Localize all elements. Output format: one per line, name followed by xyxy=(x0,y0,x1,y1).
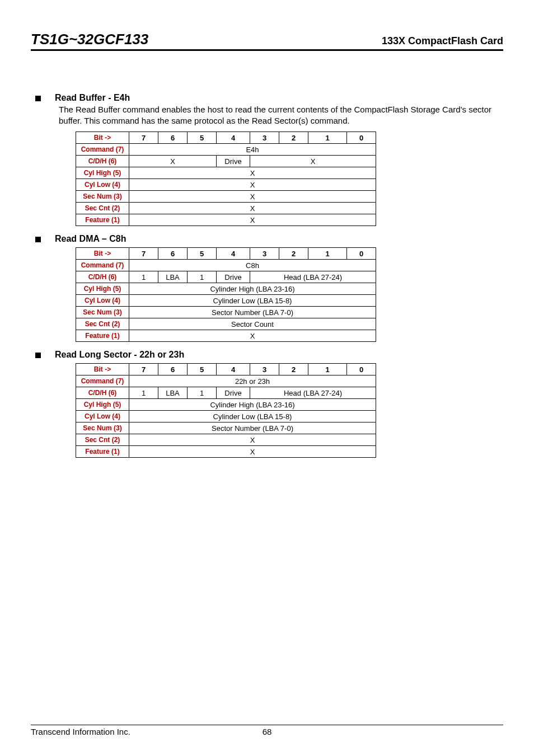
section-description: The Read Buffer command enables the host… xyxy=(59,104,503,126)
table-cell: Drive xyxy=(217,156,250,167)
table-cell: X xyxy=(129,179,376,191)
row-label: Cyl High (5) xyxy=(76,167,129,179)
bullet-icon xyxy=(35,237,41,242)
command-section: Read DMA – C8hBit ->76543210Command (7)C… xyxy=(31,234,503,342)
row-label: Command (7) xyxy=(76,144,129,156)
table-cell: X xyxy=(129,191,376,203)
table-cell: X xyxy=(129,203,376,214)
table-cell: LBA xyxy=(158,387,188,399)
bit-column-header: 0 xyxy=(347,364,376,375)
bit-column-header: 4 xyxy=(217,364,250,375)
bit-column-header: 6 xyxy=(158,364,188,375)
table-cell: X xyxy=(129,434,376,446)
row-label: Sec Num (3) xyxy=(76,191,129,203)
command-section: Read Buffer - E4hThe Read Buffer command… xyxy=(31,93,503,226)
section-header: Read DMA – C8h xyxy=(31,234,503,244)
page-content: Read Buffer - E4hThe Read Buffer command… xyxy=(31,93,503,458)
command-section: Read Long Sector - 22h or 23hBit ->76543… xyxy=(31,350,503,458)
bit-column-header: 7 xyxy=(129,364,158,375)
table-cell: X xyxy=(129,214,376,226)
row-label: C/D/H (6) xyxy=(76,271,129,283)
table-cell: Sector Number (LBA 7-0) xyxy=(129,422,376,434)
bit-column-header: 5 xyxy=(188,132,217,144)
row-label: C/D/H (6) xyxy=(76,387,129,399)
table-cell: 1 xyxy=(188,387,217,399)
bit-column-header: 3 xyxy=(250,132,279,144)
table-cell: X xyxy=(129,156,217,167)
row-label: Sec Cnt (2) xyxy=(76,203,129,214)
table-cell: Sector Number (LBA 7-0) xyxy=(129,307,376,318)
table-cell: 1 xyxy=(129,271,158,283)
table-cell: 1 xyxy=(129,387,158,399)
table-cell: X xyxy=(129,330,376,342)
section-title: Read DMA – C8h xyxy=(55,234,126,244)
row-label: C/D/H (6) xyxy=(76,156,129,167)
bit-column-header: 5 xyxy=(188,364,217,375)
bit-column-header: 5 xyxy=(188,248,217,260)
bit-column-header: 7 xyxy=(129,248,158,260)
row-label: Cyl Low (4) xyxy=(76,411,129,422)
footer-company: Transcend Information Inc. xyxy=(31,727,130,736)
row-label: Sec Cnt (2) xyxy=(76,434,129,446)
table-cell: Cylinder High (LBA 23-16) xyxy=(129,283,376,295)
table-cell: Cylinder Low (LBA 15-8) xyxy=(129,411,376,422)
table-cell: X xyxy=(129,167,376,179)
table-cell: Head (LBA 27-24) xyxy=(250,387,376,399)
model-number: TS1G~32GCF133 xyxy=(31,31,148,48)
section-header: Read Long Sector - 22h or 23h xyxy=(31,350,503,360)
table-cell: Cylinder Low (LBA 15-8) xyxy=(129,295,376,307)
bit-column-header: 3 xyxy=(250,248,279,260)
row-label: Cyl High (5) xyxy=(76,283,129,295)
product-name: 133X CompactFlash Card xyxy=(382,35,503,47)
bit-column-header: 2 xyxy=(279,132,308,144)
table-cell: LBA xyxy=(158,271,188,283)
command-table: Bit ->76543210Command (7)E4hC/D/H (6)XDr… xyxy=(76,132,376,226)
table-cell: C8h xyxy=(129,260,376,271)
bit-column-header: 1 xyxy=(308,364,347,375)
table-cell: 1 xyxy=(188,271,217,283)
row-label: Feature (1) xyxy=(76,214,129,226)
row-label: Feature (1) xyxy=(76,446,129,458)
bit-column-header: 6 xyxy=(158,132,188,144)
row-label: Cyl High (5) xyxy=(76,399,129,411)
row-label: Sec Cnt (2) xyxy=(76,318,129,330)
row-label: Cyl Low (4) xyxy=(76,179,129,191)
bit-column-header: 7 xyxy=(129,132,158,144)
bit-column-header: 1 xyxy=(308,248,347,260)
bit-column-header: 0 xyxy=(347,248,376,260)
bit-header-label: Bit -> xyxy=(76,364,129,375)
row-label: Cyl Low (4) xyxy=(76,295,129,307)
table-cell: Drive xyxy=(217,387,250,399)
table-cell: E4h xyxy=(129,144,376,156)
table-cell: X xyxy=(129,446,376,458)
bit-column-header: 2 xyxy=(279,248,308,260)
row-label: Sec Num (3) xyxy=(76,307,129,318)
row-label: Command (7) xyxy=(76,260,129,271)
page-header: TS1G~32GCF133 133X CompactFlash Card xyxy=(31,31,503,51)
bit-column-header: 4 xyxy=(217,248,250,260)
command-table: Bit ->76543210Command (7)22h or 23hC/D/H… xyxy=(76,363,376,458)
bit-column-header: 1 xyxy=(308,132,347,144)
bit-column-header: 2 xyxy=(279,364,308,375)
section-title: Read Long Sector - 22h or 23h xyxy=(55,350,184,360)
table-cell: Drive xyxy=(217,271,250,283)
bit-column-header: 4 xyxy=(217,132,250,144)
table-cell: Sector Count xyxy=(129,318,376,330)
table-cell: X xyxy=(250,156,376,167)
table-cell: Head (LBA 27-24) xyxy=(250,271,376,283)
table-cell: 22h or 23h xyxy=(129,375,376,387)
bit-column-header: 6 xyxy=(158,248,188,260)
bit-column-header: 3 xyxy=(250,364,279,375)
command-table: Bit ->76543210Command (7)C8hC/D/H (6)1LB… xyxy=(76,247,376,342)
bit-column-header: 0 xyxy=(347,132,376,144)
page-footer: Transcend Information Inc. 68 xyxy=(31,725,503,736)
section-header: Read Buffer - E4h xyxy=(31,93,503,103)
row-label: Feature (1) xyxy=(76,330,129,342)
bullet-icon xyxy=(35,96,41,101)
row-label: Sec Num (3) xyxy=(76,422,129,434)
bit-header-label: Bit -> xyxy=(76,248,129,260)
table-cell: Cylinder High (LBA 23-16) xyxy=(129,399,376,411)
section-title: Read Buffer - E4h xyxy=(55,93,130,103)
bit-header-label: Bit -> xyxy=(76,132,129,144)
row-label: Command (7) xyxy=(76,375,129,387)
